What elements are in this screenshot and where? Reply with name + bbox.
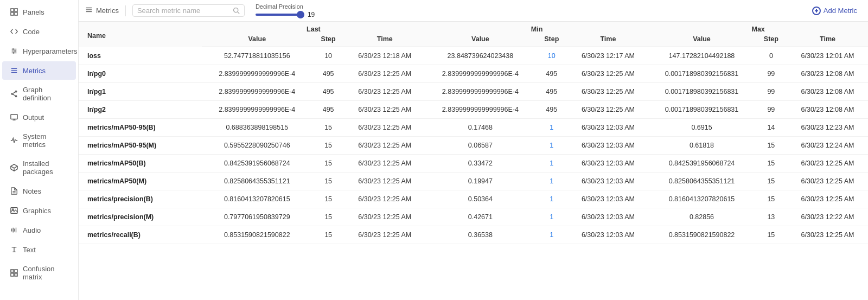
row-min-time: 6/30/23 12:25 AM	[567, 65, 648, 83]
sidebar-item-output-label: Output	[23, 113, 44, 122]
svg-point-14	[11, 93, 13, 95]
svg-point-8	[14, 50, 16, 52]
decimal-precision-slider[interactable]	[256, 14, 304, 16]
col-header-min-time: Time	[567, 34, 648, 47]
row-min-time: 6/30/23 12:17 AM	[567, 47, 648, 65]
svg-rect-38	[11, 273, 14, 276]
row-last-value: 2.8399999999999996E-4	[202, 83, 312, 101]
svg-rect-2	[11, 12, 14, 15]
decimal-slider-row: 19	[256, 11, 315, 18]
svg-rect-37	[15, 270, 17, 272]
row-min-time: 6/30/23 12:25 AM	[567, 83, 648, 101]
table-row: lr/pg1 2.8399999999999996E-4 495 6/30/23…	[79, 83, 868, 101]
sidebar-item-panels[interactable]: Panels	[2, 3, 76, 21]
sidebar-item-installed-packages[interactable]: Installed packages	[2, 155, 76, 181]
sidebar-item-audio[interactable]: Audio	[2, 221, 76, 239]
svg-line-22	[11, 166, 14, 168]
image-icon	[10, 206, 18, 215]
sidebar-item-text[interactable]: Text	[2, 240, 76, 259]
metrics-table-container[interactable]: Name Last Min Max Value Step Time Value …	[79, 22, 868, 300]
row-last-time: 6/30/23 12:25 AM	[344, 101, 425, 119]
sidebar-item-hyperparameters[interactable]: Hyperparameters	[2, 42, 76, 60]
sidebar: Panels Code Hyperparameters Metrics	[0, 0, 79, 300]
row-min-step: 1	[535, 137, 567, 155]
sidebar-item-metrics[interactable]: Metrics	[2, 61, 76, 80]
row-max-step: 13	[755, 208, 787, 226]
add-metric-icon	[812, 7, 821, 15]
table-row: metrics/mAP50(M) 0.8258064355351121 15 6…	[79, 173, 868, 190]
row-max-value: 0.8258064355351121	[648, 173, 755, 190]
row-last-time: 6/30/23 12:25 AM	[344, 119, 425, 137]
sidebar-item-code-label: Code	[23, 28, 40, 36]
table-row: lr/pg2 2.8399999999999996E-4 495 6/30/23…	[79, 101, 868, 119]
row-min-value: 23.848739624023438	[425, 47, 535, 65]
row-last-step: 10	[312, 47, 344, 65]
table-row: metrics/precision(M) 0.7977061950839729 …	[79, 208, 868, 226]
row-max-step: 15	[755, 155, 787, 173]
metrics-icon	[10, 66, 18, 75]
row-min-time: 6/30/23 12:03 AM	[567, 155, 648, 173]
row-max-step: 15	[755, 173, 787, 190]
row-name: metrics/recall(B)	[79, 226, 202, 244]
row-min-time: 6/30/23 12:03 AM	[567, 190, 648, 208]
row-max-value: 0.61818	[648, 137, 755, 155]
sidebar-item-code[interactable]: Code	[2, 22, 76, 41]
search-icon	[233, 7, 240, 14]
row-min-time: 6/30/23 12:03 AM	[567, 208, 648, 226]
row-max-value: 0.8531590821590822	[648, 226, 755, 244]
row-name: metrics/mAP50-95(M)	[79, 137, 202, 155]
row-max-step: 99	[755, 83, 787, 101]
row-max-value: 0.001718980392156831	[648, 65, 755, 83]
search-box[interactable]	[132, 4, 245, 17]
row-min-step: 1	[535, 173, 567, 190]
row-min-step: 495	[535, 101, 567, 119]
row-min-step: 1	[535, 208, 567, 226]
toolbar-metrics-label-group: Metrics	[85, 6, 119, 15]
sidebar-item-graph-definition[interactable]: Graph definition	[2, 81, 76, 107]
table-row: metrics/mAP50-95(M) 0.5955228090250746 1…	[79, 137, 868, 155]
confusion-matrix-icon	[10, 269, 18, 277]
toolbar-divider	[125, 5, 126, 16]
add-metric-button[interactable]: Add Metric	[808, 4, 861, 17]
main-content: Metrics Decimal Precision 19 Add Metric	[79, 0, 868, 300]
row-name: metrics/mAP50-95(B)	[79, 119, 202, 137]
sidebar-item-notes[interactable]: Notes	[2, 182, 76, 200]
sidebar-item-system-metrics[interactable]: System metrics	[2, 127, 76, 154]
sliders-icon	[10, 47, 18, 55]
row-last-value: 2.8399999999999996E-4	[202, 101, 312, 119]
row-name: lr/pg1	[79, 83, 202, 101]
row-max-time: 6/30/23 12:08 AM	[787, 65, 868, 83]
row-last-time: 6/30/23 12:25 AM	[344, 83, 425, 101]
col-header-last: Last	[202, 22, 425, 34]
row-max-step: 15	[755, 226, 787, 244]
audio-icon	[10, 226, 18, 234]
search-input[interactable]	[137, 7, 229, 15]
row-min-step: 1	[535, 119, 567, 137]
sidebar-item-graphics-label: Graphics	[23, 207, 51, 215]
col-header-last-step: Step	[312, 34, 344, 47]
row-min-value: 0.36538	[425, 226, 535, 244]
row-max-step: 15	[755, 190, 787, 208]
row-min-value: 2.8399999999999996E-4	[425, 101, 535, 119]
row-min-time: 6/30/23 12:03 AM	[567, 137, 648, 155]
row-last-value: 0.8258064355351121	[202, 173, 312, 190]
table-row: metrics/recall(B) 0.8531590821590822 15 …	[79, 226, 868, 244]
row-name: metrics/mAP50(B)	[79, 155, 202, 173]
row-max-time: 6/30/23 12:08 AM	[787, 83, 868, 101]
table-row: metrics/mAP50-95(B) 0.688363898198515 15…	[79, 119, 868, 137]
row-max-time: 6/30/23 12:08 AM	[787, 101, 868, 119]
sidebar-item-graphics[interactable]: Graphics	[2, 201, 76, 220]
sidebar-item-confusion-matrix[interactable]: Confusion matrix	[2, 260, 76, 286]
row-max-time: 6/30/23 12:01 AM	[787, 47, 868, 65]
svg-rect-1	[15, 9, 17, 11]
svg-point-9	[13, 52, 15, 54]
row-name: lr/pg2	[79, 101, 202, 119]
row-min-time: 6/30/23 12:03 AM	[567, 226, 648, 244]
row-max-value: 0.8425391956068724	[648, 155, 755, 173]
col-header-min: Min	[425, 22, 649, 34]
activity-icon	[10, 136, 18, 145]
sidebar-item-output[interactable]: Output	[2, 108, 76, 126]
row-max-time: 6/30/23 12:25 AM	[787, 190, 868, 208]
type-icon	[10, 245, 18, 254]
row-name: lr/pg0	[79, 65, 202, 83]
